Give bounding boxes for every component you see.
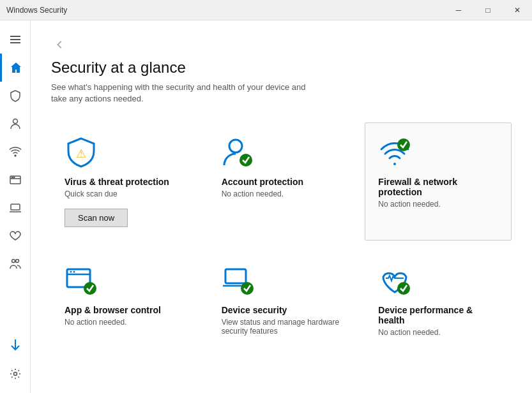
minimize-button[interactable]: ─ bbox=[444, 0, 473, 20]
card-firewall-icon bbox=[378, 136, 411, 169]
maximize-button[interactable]: □ bbox=[473, 0, 503, 20]
sidebar-item-firewall[interactable] bbox=[0, 138, 30, 166]
back-arrow-icon bbox=[54, 39, 66, 50]
card-firewall[interactable]: Firewall & network protection No action … bbox=[365, 122, 512, 241]
app-body: Security at a glance See what's happenin… bbox=[0, 20, 532, 393]
card-firewall-title: Firewall & network protection bbox=[378, 177, 498, 197]
svg-point-25 bbox=[397, 282, 410, 295]
sidebar bbox=[0, 20, 31, 393]
card-device-security-status: View status and manage hardware security… bbox=[222, 318, 342, 336]
scan-now-button[interactable]: Scan now bbox=[65, 209, 128, 227]
svg-point-6 bbox=[11, 177, 13, 178]
app-title: Windows Security bbox=[6, 6, 67, 15]
card-browser-status: No action needed. bbox=[65, 318, 185, 327]
svg-point-3 bbox=[13, 119, 17, 124]
svg-point-15 bbox=[239, 154, 252, 167]
card-account-status: No action needed. bbox=[222, 189, 342, 198]
wifi-check-icon bbox=[378, 136, 411, 169]
card-device-security-icon bbox=[222, 264, 255, 297]
card-account-icon bbox=[222, 136, 255, 169]
card-virus-status: Quick scan due bbox=[65, 189, 185, 198]
card-performance-title: Device performance & health bbox=[378, 305, 498, 325]
svg-point-7 bbox=[13, 177, 15, 178]
card-browser-icon bbox=[65, 264, 98, 297]
titlebar: Windows Security ─ □ ✕ bbox=[0, 0, 532, 20]
svg-point-10 bbox=[15, 260, 19, 263]
page-title: Security at a glance bbox=[51, 59, 512, 77]
card-performance-status: No action needed. bbox=[378, 328, 498, 337]
back-button[interactable] bbox=[51, 36, 69, 54]
security-cards-grid: ⚠ Virus & threat protection Quick scan d… bbox=[51, 122, 512, 355]
card-device-security-title: Device security bbox=[222, 305, 342, 315]
sidebar-item-virus[interactable] bbox=[0, 82, 30, 110]
sidebar-item-browser[interactable] bbox=[0, 166, 30, 194]
svg-point-14 bbox=[229, 140, 242, 152]
browser-check-icon bbox=[65, 264, 98, 297]
card-virus-icon: ⚠ bbox=[65, 136, 98, 169]
card-performance[interactable]: Device performance & health No action ne… bbox=[365, 251, 512, 355]
card-performance-icon bbox=[378, 264, 411, 297]
svg-point-20 bbox=[73, 271, 75, 273]
page-subtitle: See what's happening with the security a… bbox=[51, 82, 319, 105]
svg-point-16 bbox=[397, 138, 410, 151]
svg-rect-2 bbox=[10, 42, 20, 43]
sidebar-item-device[interactable] bbox=[0, 194, 30, 222]
svg-point-12 bbox=[13, 373, 17, 376]
card-browser-title: App & browser control bbox=[65, 305, 185, 315]
sidebar-item-settings[interactable] bbox=[0, 360, 30, 388]
svg-point-9 bbox=[11, 260, 15, 263]
shield-icon bbox=[9, 89, 22, 102]
card-account[interactable]: Account protection No action needed. bbox=[208, 122, 355, 241]
laptop-check-icon bbox=[222, 264, 255, 297]
card-virus[interactable]: ⚠ Virus & threat protection Quick scan d… bbox=[51, 122, 198, 241]
card-virus-title: Virus & threat protection bbox=[65, 177, 185, 187]
sidebar-item-home[interactable] bbox=[0, 54, 30, 82]
svg-rect-1 bbox=[10, 39, 20, 40]
sidebar-item-menu[interactable] bbox=[0, 26, 30, 54]
svg-point-19 bbox=[70, 271, 72, 273]
person-check-icon bbox=[222, 136, 255, 169]
card-account-title: Account protection bbox=[222, 177, 342, 187]
laptop-icon bbox=[9, 202, 22, 214]
shield-warning-icon: ⚠ bbox=[65, 136, 98, 169]
person-icon bbox=[9, 117, 22, 130]
close-button[interactable]: ✕ bbox=[503, 0, 532, 20]
home-icon bbox=[10, 61, 22, 74]
gear-icon bbox=[9, 367, 22, 380]
card-device-security[interactable]: Device security View status and manage h… bbox=[208, 251, 355, 355]
window-controls: ─ □ ✕ bbox=[444, 0, 532, 20]
svg-rect-8 bbox=[11, 204, 20, 210]
sidebar-item-account[interactable] bbox=[0, 110, 30, 138]
sidebar-item-family[interactable] bbox=[0, 250, 30, 278]
family-icon bbox=[9, 258, 22, 271]
card-firewall-status: No action needed. bbox=[378, 200, 498, 209]
sidebar-item-health[interactable] bbox=[0, 222, 30, 250]
arrow-down-icon bbox=[8, 337, 23, 352]
svg-point-24 bbox=[241, 282, 254, 295]
heart-icon bbox=[9, 230, 22, 242]
hamburger-icon bbox=[9, 33, 22, 46]
settings-arrow bbox=[8, 337, 23, 355]
card-browser[interactable]: App & browser control No action needed. bbox=[51, 251, 198, 355]
sidebar-bottom bbox=[0, 337, 30, 393]
svg-point-21 bbox=[84, 282, 96, 295]
svg-rect-22 bbox=[225, 269, 246, 283]
svg-rect-0 bbox=[10, 36, 20, 37]
main-content: Security at a glance See what's happenin… bbox=[31, 20, 532, 393]
heart-check-icon bbox=[378, 264, 411, 297]
wifi-icon bbox=[9, 145, 22, 158]
svg-text:⚠: ⚠ bbox=[76, 147, 86, 160]
browser-icon bbox=[9, 174, 22, 186]
